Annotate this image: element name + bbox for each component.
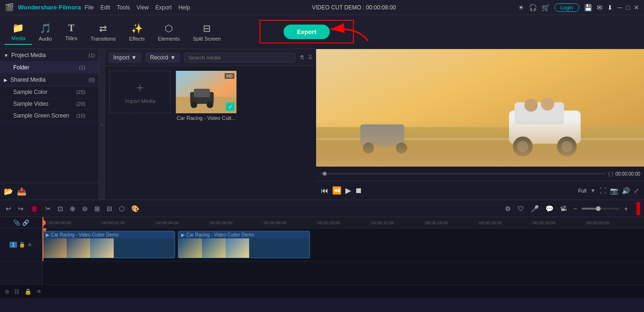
tool-titles[interactable]: T Titles (59, 20, 84, 44)
lock-icon[interactable]: 🔒 (19, 242, 25, 248)
zoom-dropdown-icon[interactable]: ▼ (590, 187, 596, 194)
menu-edit[interactable]: Edit (100, 4, 110, 11)
video-clip-1[interactable]: ▶ Car Racing - Video Cutter Demo (42, 231, 175, 258)
preview-controls: ⏮ ⏪ ▶ ⏹ Full ▼ ⛶ 📷 🔊 ⤢ (316, 181, 644, 200)
mic-button[interactable]: 🎤 (529, 204, 541, 213)
title-bar: 🎬 Wondershare Filmora File Edit Tools Vi… (0, 0, 644, 15)
timeline-ruler[interactable]: 00:00:00:00 00:00:02:00 00:00:04:00 00:0… (42, 217, 644, 228)
minimize-button[interactable]: ─ (618, 4, 622, 11)
headphone-icon[interactable]: 🎧 (529, 4, 537, 11)
ruler-14: 00:00:14:00 (424, 220, 478, 225)
color-button[interactable]: 🎨 (129, 204, 141, 213)
minus-zoom-button[interactable]: − (571, 204, 579, 213)
plus-zoom-button[interactable]: + (622, 204, 630, 213)
eye-icon[interactable]: 👁 (27, 242, 33, 248)
import-media-label: Import Media (125, 98, 155, 104)
app-logo: 🎬 (5, 3, 14, 12)
car-racing-label: Car Racing - Video Cutt... (176, 115, 235, 121)
zoom-in-button[interactable]: ⊕ (68, 204, 77, 213)
export-button[interactable]: Export (284, 25, 329, 39)
sample-color-item[interactable]: Sample Color (25) (0, 86, 99, 98)
menu-view[interactable]: View (136, 4, 149, 11)
crop-button[interactable]: ⊡ (56, 204, 65, 213)
bracket-left-icon[interactable]: { (608, 171, 610, 177)
add-track-status-icon[interactable]: ⊕ (5, 288, 9, 295)
media-item-car-racing[interactable]: ✓ HD Car Racing - Video Cutt... (176, 71, 237, 121)
preview-scene (316, 49, 644, 167)
zoom-label: Full (578, 188, 586, 194)
search-media-input[interactable] (184, 53, 295, 62)
filter-icon[interactable]: ⚗ (299, 54, 304, 61)
fullscreen-icon[interactable]: ⛶ (600, 187, 606, 194)
sample-video-item[interactable]: Sample Video (20) (0, 98, 99, 110)
delete-button[interactable]: 🗑 (28, 204, 41, 213)
save-icon[interactable]: 💾 (584, 4, 592, 11)
tool-audio[interactable]: 🎵 Audio (32, 20, 59, 44)
tool-transitions[interactable]: ⇄ Transitions (84, 20, 122, 44)
maximize-button[interactable]: □ (626, 4, 630, 11)
add-track-icon[interactable]: 📎 (13, 219, 20, 226)
media-btn[interactable]: 📽 (558, 204, 569, 213)
undo-button[interactable]: ↩ (4, 204, 13, 213)
menu-file[interactable]: File (84, 4, 93, 11)
zoom-slider[interactable] (582, 208, 619, 210)
transform-button[interactable]: ⬡ (117, 204, 126, 213)
menu-tools[interactable]: Tools (117, 4, 130, 11)
link-status-icon[interactable]: ⛓ (14, 288, 20, 295)
redo-button[interactable]: ↪ (16, 204, 25, 213)
tool-elements[interactable]: ⬡ Elements (151, 20, 186, 44)
zoom-out-button[interactable]: ⊖ (80, 204, 90, 213)
lock-status-icon[interactable]: 🔒 (25, 288, 32, 295)
cart-icon[interactable]: 🛒 (542, 4, 550, 11)
screenshot-icon[interactable]: 📷 (610, 187, 618, 194)
download-icon[interactable]: ⬇ (607, 4, 613, 11)
import-label: Import (113, 54, 129, 61)
import-folder-icon[interactable]: 📤 (17, 187, 26, 196)
menu-export[interactable]: Export (155, 4, 172, 11)
shield-button[interactable]: 🛡 (516, 204, 526, 213)
tool-media[interactable]: 📁 Media (5, 19, 32, 45)
settings-button[interactable]: ⚙ (503, 204, 513, 213)
play-button[interactable]: ▶ (345, 186, 351, 195)
menu-help[interactable]: Help (178, 4, 190, 11)
sample-green-screen-item[interactable]: Sample Green Screen (10) (0, 110, 99, 122)
ruler-16: 00:00:16:00 (478, 220, 532, 225)
tool-split-screen[interactable]: ⊟ Split Screen (186, 20, 227, 44)
preview-progress-bar[interactable] (320, 173, 606, 175)
cut-button[interactable]: ✂ (43, 204, 53, 213)
eye-status-icon[interactable]: 👁 (36, 288, 42, 295)
login-button[interactable]: Login (554, 3, 579, 12)
subtitle-button[interactable]: 💬 (544, 204, 555, 213)
tool-effects[interactable]: ✨ Effects (122, 20, 151, 44)
stop-button[interactable]: ⏹ (355, 186, 362, 195)
bracket-right-icon[interactable]: } (612, 171, 613, 177)
import-media-placeholder[interactable]: + Import Media (109, 71, 171, 113)
panel-collapse-button[interactable]: ‹ (99, 49, 105, 200)
project-media-header[interactable]: ▼ Project Media (1) (0, 49, 99, 62)
grid-view-icon[interactable]: ⠿ (308, 54, 312, 61)
shared-media-label: Shared Media (10, 76, 46, 83)
sun-icon[interactable]: ☀ (518, 4, 524, 11)
import-button[interactable]: Import ▼ (109, 52, 142, 63)
sample-color-label: Sample Color (13, 89, 48, 95)
play-back-button[interactable]: ⏪ (332, 186, 342, 195)
close-button[interactable]: ✕ (634, 4, 639, 11)
mail-icon[interactable]: ✉ (597, 4, 602, 11)
shared-media-header[interactable]: ▶ Shared Media (0) (0, 74, 99, 86)
new-folder-icon[interactable]: 📂 (4, 187, 13, 196)
folder-item[interactable]: Folder (1) (0, 62, 99, 74)
audio-preview-icon[interactable]: 🔊 (622, 187, 630, 194)
panel-bottom-toolbar: 📂 📤 (0, 183, 99, 200)
folder-label: Folder (13, 64, 29, 71)
transitions-icon: ⇄ (99, 23, 107, 34)
window-title: VIDEO CUT DEMO : 00:00:08:00 (312, 4, 396, 11)
svg-point-5 (191, 101, 197, 108)
link-tracks-icon[interactable]: 🔗 (22, 219, 29, 226)
split-button[interactable]: ⊟ (105, 204, 114, 213)
resize-icon[interactable]: ⤢ (634, 187, 639, 194)
ripple-button[interactable]: ⊞ (92, 204, 102, 213)
tool-elements-label: Elements (158, 36, 180, 42)
video-clip-2[interactable]: ▶ Car Racing - Video Cutter Demo (178, 231, 310, 258)
prev-frame-button[interactable]: ⏮ (321, 186, 328, 195)
record-button[interactable]: Record ▼ (145, 52, 181, 63)
